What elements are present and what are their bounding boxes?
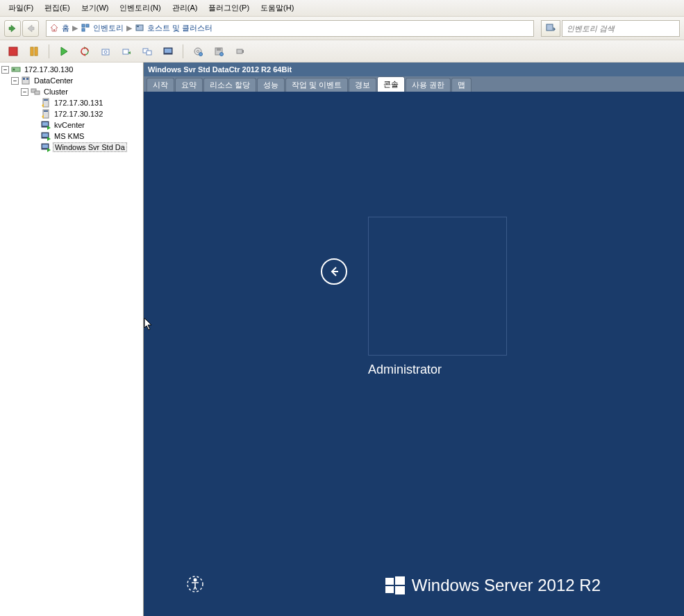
svg-rect-16 — [165, 49, 172, 53]
svg-rect-33 — [44, 99, 48, 101]
host-icon — [40, 97, 51, 108]
tree-cluster[interactable]: − Cluster — [0, 86, 143, 97]
breadcrumb-home[interactable]: 홈 — [62, 23, 69, 33]
svg-rect-37 — [42, 122, 48, 126]
svg-rect-41 — [42, 144, 48, 148]
svg-point-26 — [13, 69, 15, 71]
svg-rect-21 — [217, 48, 221, 51]
play-button[interactable] — [56, 44, 72, 59]
windows-logo-icon — [385, 576, 405, 595]
windows-server-brand: Windows Server 2012 R2 — [385, 576, 601, 595]
breadcrumb-separator: ▶ — [72, 24, 78, 33]
stop-button[interactable] — [6, 44, 21, 59]
toolbar — [0, 40, 684, 63]
breadcrumb: 홈 ▶ 인벤토리 ▶ 호스트 및 클러스터 — [46, 20, 534, 37]
tab-tasks[interactable]: 작업 및 이벤트 — [285, 78, 348, 92]
forward-button[interactable] — [22, 20, 39, 37]
menu-help[interactable]: 도움말(H) — [255, 0, 299, 16]
tree-label: Windows Svr Std Da — [53, 142, 127, 152]
svg-rect-35 — [44, 110, 48, 112]
accessibility-icon[interactable] — [185, 574, 205, 594]
home-icon[interactable] — [49, 23, 59, 34]
tree-label: 172.17.30.132 — [53, 110, 104, 118]
menu-file[interactable]: 파일(F) — [3, 0, 39, 16]
svg-rect-29 — [26, 78, 28, 80]
svg-rect-2 — [86, 24, 89, 27]
svg-rect-10 — [102, 49, 109, 55]
svg-point-18 — [197, 50, 199, 52]
svg-rect-44 — [385, 578, 394, 585]
tab-summary[interactable]: 요약 — [175, 78, 203, 92]
tab-permissions[interactable]: 사용 권한 — [406, 78, 451, 92]
tab-resource[interactable]: 리소스 할당 — [203, 78, 256, 92]
content-panel: Windows Svr Std DataCtr 2012 R2 64Bit 시작… — [144, 63, 684, 616]
user-tile[interactable]: Administrator — [368, 217, 507, 377]
connect-floppy-button[interactable] — [211, 44, 226, 59]
tree-label: MS KMS — [53, 132, 85, 140]
snapshot-button[interactable] — [98, 44, 113, 59]
svg-rect-23 — [237, 49, 242, 53]
tab-console[interactable]: 콘솔 — [377, 76, 405, 92]
console-button[interactable] — [160, 44, 176, 59]
cluster-icon — [30, 86, 41, 97]
tree-datacenter[interactable]: − DataCenter — [0, 75, 143, 86]
brand-r2: R2 — [579, 576, 601, 594]
tree-label: DataCenter — [33, 76, 74, 85]
vm-running-icon — [40, 142, 51, 153]
pause-button[interactable] — [26, 44, 42, 59]
svg-rect-7 — [9, 47, 17, 56]
menu-edit[interactable]: 편집(E) — [39, 0, 76, 16]
snapshot-manager-button[interactable] — [140, 44, 155, 59]
menu-view[interactable]: 보기(W) — [76, 0, 115, 16]
svg-rect-31 — [35, 91, 40, 94]
svg-rect-9 — [35, 47, 37, 56]
tab-start[interactable]: 시작 — [147, 78, 174, 92]
tree-vcenter[interactable]: − 172.17.30.130 — [0, 64, 143, 75]
refresh-button[interactable] — [77, 44, 92, 59]
toolbar-separator — [183, 44, 183, 58]
inventory-icon — [81, 23, 90, 34]
toolbar-separator — [49, 44, 49, 58]
svg-rect-46 — [385, 586, 394, 593]
brand-text: Windows Server — [412, 576, 533, 594]
svg-rect-12 — [123, 49, 128, 54]
breadcrumb-hosts[interactable]: 호스트 및 클러스터 — [147, 23, 212, 33]
svg-rect-24 — [242, 50, 244, 53]
search-scope-button[interactable] — [541, 20, 560, 37]
tree-vm-mskms[interactable]: MS KMS — [0, 131, 143, 142]
menu-admin[interactable]: 관리(A) — [167, 0, 203, 16]
mouse-cursor — [144, 317, 155, 331]
tree-vm-kvcenter[interactable]: kvCenter — [0, 119, 143, 131]
tree-host1[interactable]: 172.17.30.131 — [0, 97, 143, 108]
datacenter-icon — [20, 75, 31, 86]
connect-usb-button[interactable] — [232, 44, 247, 59]
tab-alerts[interactable]: 경보 — [349, 78, 376, 92]
login-area: Administrator — [321, 217, 507, 377]
svg-rect-5 — [137, 26, 139, 27]
connect-cd-button[interactable] — [190, 44, 206, 59]
user-name: Administrator — [368, 363, 507, 377]
collapse-icon[interactable]: − — [11, 77, 19, 85]
inventory-tree: − 172.17.30.130 − DataCenter − Cluster 1… — [0, 63, 144, 616]
content-title: Windows Svr Std DataCtr 2012 R2 64Bit — [144, 63, 684, 76]
back-button[interactable] — [4, 20, 21, 37]
tree-vm-windows-svr[interactable]: Windows Svr Std Da — [0, 142, 143, 153]
tree-label: 172.17.30.130 — [23, 65, 74, 74]
host-icon — [40, 108, 51, 119]
menu-inventory[interactable]: 인벤토리(N) — [114, 0, 166, 16]
vcenter-icon — [10, 64, 22, 75]
collapse-icon[interactable]: − — [1, 66, 9, 74]
search-input[interactable] — [562, 20, 680, 37]
vm-console[interactable]: Administrator Windows Server 2012 R2 — [144, 92, 684, 616]
back-login-button[interactable] — [321, 258, 347, 285]
breadcrumb-inventory[interactable]: 인벤토리 — [93, 23, 124, 33]
user-avatar — [368, 217, 507, 356]
snapshot-revert-button[interactable] — [119, 44, 134, 59]
tab-performance[interactable]: 성능 — [257, 78, 285, 92]
menubar: 파일(F) 편집(E) 보기(W) 인벤토리(N) 관리(A) 플러그인(P) … — [0, 0, 684, 17]
tab-maps[interactable]: 맵 — [451, 78, 472, 92]
tree-host2[interactable]: 172.17.30.132 — [0, 108, 143, 119]
collapse-icon[interactable]: − — [21, 88, 28, 96]
svg-point-19 — [199, 52, 203, 56]
menu-plugins[interactable]: 플러그인(P) — [203, 0, 255, 16]
